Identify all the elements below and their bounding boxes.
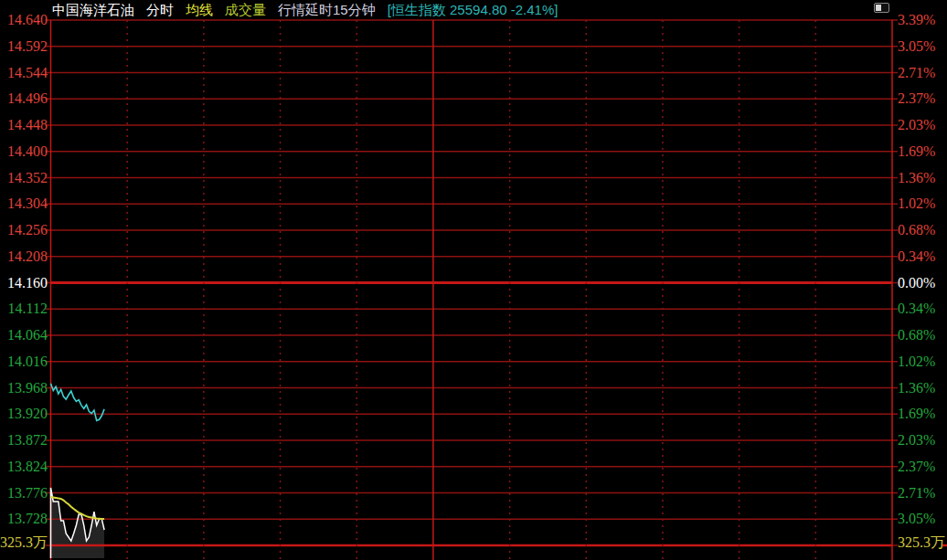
percent-axis-label: 2.71% bbox=[898, 66, 935, 80]
percent-axis-label: 1.36% bbox=[898, 171, 935, 185]
percent-axis-label: 1.36% bbox=[898, 381, 935, 396]
percent-axis-label: 2.03% bbox=[898, 433, 935, 448]
price-axis-label: 14.016 bbox=[0, 354, 48, 369]
percent-axis-label: 1.02% bbox=[898, 196, 935, 211]
percent-axis-label: 2.71% bbox=[898, 486, 935, 501]
chart-plot-area[interactable] bbox=[0, 0, 947, 560]
stock-intraday-chart-app: 中国海洋石油 分时 均线 成交量 行情延时15分钟 [恒生指数 25594.80… bbox=[0, 0, 947, 560]
percent-axis-label: 0.00% bbox=[898, 276, 935, 291]
price-axis-label: 14.496 bbox=[0, 91, 48, 106]
price-axis-label: 13.968 bbox=[0, 381, 48, 396]
price-axis-label: 14.640 bbox=[0, 13, 48, 27]
price-axis-label: 14.064 bbox=[0, 328, 48, 343]
price-axis-label: 14.352 bbox=[0, 171, 48, 185]
price-axis-label: 14.304 bbox=[0, 196, 48, 211]
percent-axis-label: 0.34% bbox=[898, 301, 935, 316]
price-axis-label: 14.208 bbox=[0, 249, 48, 264]
percent-axis-label: 2.37% bbox=[898, 91, 935, 106]
price-axis-label: 13.920 bbox=[0, 407, 48, 421]
percent-axis-label: 0.68% bbox=[898, 223, 935, 238]
price-axis-label: 14.592 bbox=[0, 39, 48, 54]
percent-axis-label: 3.05% bbox=[898, 39, 935, 54]
price-axis-label: 13.872 bbox=[0, 433, 48, 448]
percent-axis-label: 1.02% bbox=[898, 354, 935, 369]
price-axis-label: 325.3万 bbox=[0, 535, 48, 550]
percent-axis-label: 2.03% bbox=[898, 118, 935, 132]
percent-axis-label: 2.37% bbox=[898, 460, 935, 474]
price-axis-label: 14.400 bbox=[0, 144, 48, 159]
price-axis-label: 14.160 bbox=[0, 276, 48, 291]
percent-axis-label: 0.34% bbox=[898, 249, 935, 264]
price-axis-label: 14.544 bbox=[0, 66, 48, 80]
price-axis-label: 13.776 bbox=[0, 486, 48, 501]
percent-axis-label: 3.39% bbox=[898, 13, 935, 27]
price-axis-label: 14.112 bbox=[0, 301, 48, 316]
price-axis-label: 13.824 bbox=[0, 460, 48, 474]
percent-axis-label: 0.68% bbox=[898, 328, 935, 343]
percent-axis-label: 1.69% bbox=[898, 407, 935, 421]
price-axis-label: 14.448 bbox=[0, 118, 48, 132]
price-axis-label: 13.728 bbox=[0, 512, 48, 526]
percent-axis-label: 3.05% bbox=[898, 512, 935, 526]
percent-axis-label: 325.3万 bbox=[898, 535, 945, 550]
price-axis-label: 14.256 bbox=[0, 223, 48, 238]
percent-axis-label: 1.69% bbox=[898, 144, 935, 159]
